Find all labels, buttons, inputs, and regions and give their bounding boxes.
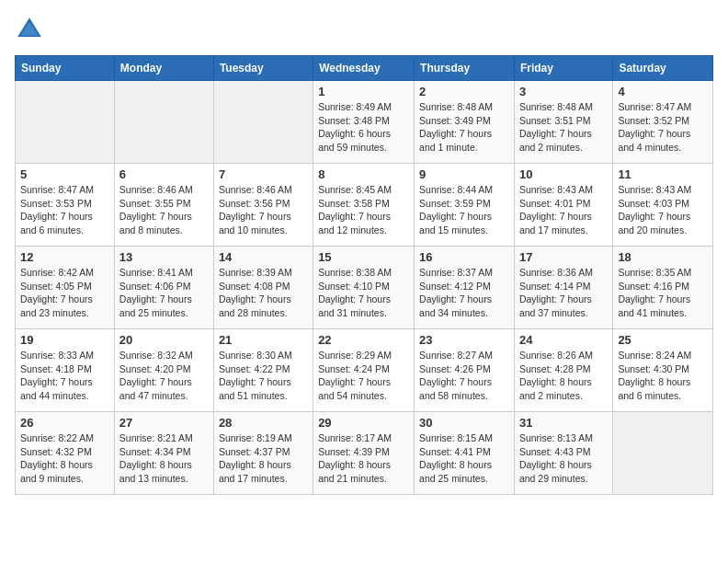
calendar-cell xyxy=(114,81,213,164)
calendar-cell: 9Sunrise: 8:44 AM Sunset: 3:59 PM Daylig… xyxy=(415,164,515,247)
day-info: Sunrise: 8:46 AM Sunset: 3:56 PM Dayligh… xyxy=(219,183,308,237)
day-info: Sunrise: 8:46 AM Sunset: 3:55 PM Dayligh… xyxy=(119,183,209,237)
calendar-cell: 12Sunrise: 8:42 AM Sunset: 4:05 PM Dayli… xyxy=(16,247,115,329)
weekday-header-friday: Friday xyxy=(514,56,612,81)
calendar-cell: 23Sunrise: 8:27 AM Sunset: 4:26 PM Dayli… xyxy=(415,329,515,412)
calendar-cell: 7Sunrise: 8:46 AM Sunset: 3:56 PM Daylig… xyxy=(213,164,313,247)
weekday-header-tuesday: Tuesday xyxy=(213,56,313,81)
day-info: Sunrise: 8:30 AM Sunset: 4:22 PM Dayligh… xyxy=(219,349,308,403)
calendar-cell: 18Sunrise: 8:35 AM Sunset: 4:16 PM Dayli… xyxy=(613,247,713,329)
calendar-cell: 25Sunrise: 8:24 AM Sunset: 4:30 PM Dayli… xyxy=(613,329,713,412)
day-number: 1 xyxy=(318,85,409,98)
calendar-week-4: 26Sunrise: 8:22 AM Sunset: 4:32 PM Dayli… xyxy=(16,412,713,495)
calendar-cell: 10Sunrise: 8:43 AM Sunset: 4:01 PM Dayli… xyxy=(514,164,612,247)
day-info: Sunrise: 8:13 AM Sunset: 4:43 PM Dayligh… xyxy=(519,431,608,486)
calendar-cell: 20Sunrise: 8:32 AM Sunset: 4:20 PM Dayli… xyxy=(114,329,213,412)
day-number: 30 xyxy=(419,416,509,430)
day-number: 24 xyxy=(519,333,608,347)
day-number: 19 xyxy=(20,333,109,347)
day-info: Sunrise: 8:42 AM Sunset: 4:05 PM Dayligh… xyxy=(20,266,109,320)
day-number: 16 xyxy=(419,250,509,264)
weekday-header-monday: Monday xyxy=(114,56,213,81)
day-number: 29 xyxy=(318,416,409,430)
calendar-cell xyxy=(213,81,313,164)
day-number: 26 xyxy=(20,416,109,430)
day-number: 17 xyxy=(519,250,608,264)
logo xyxy=(15,15,48,44)
day-info: Sunrise: 8:38 AM Sunset: 4:10 PM Dayligh… xyxy=(318,266,409,320)
calendar-cell xyxy=(16,81,115,164)
calendar-cell: 1Sunrise: 8:49 AM Sunset: 3:48 PM Daylig… xyxy=(313,81,415,164)
calendar-header: SundayMondayTuesdayWednesdayThursdayFrid… xyxy=(16,56,713,81)
day-info: Sunrise: 8:35 AM Sunset: 4:16 PM Dayligh… xyxy=(618,266,708,320)
calendar-week-1: 5Sunrise: 8:47 AM Sunset: 3:53 PM Daylig… xyxy=(16,164,713,247)
day-number: 14 xyxy=(219,250,308,264)
calendar-table: SundayMondayTuesdayWednesdayThursdayFrid… xyxy=(15,55,713,495)
calendar-cell xyxy=(613,412,713,495)
day-number: 27 xyxy=(119,416,209,430)
calendar-cell: 15Sunrise: 8:38 AM Sunset: 4:10 PM Dayli… xyxy=(313,247,415,329)
day-info: Sunrise: 8:39 AM Sunset: 4:08 PM Dayligh… xyxy=(219,266,308,320)
day-number: 28 xyxy=(219,416,308,430)
day-info: Sunrise: 8:43 AM Sunset: 4:01 PM Dayligh… xyxy=(519,183,608,237)
day-number: 9 xyxy=(419,167,509,181)
day-info: Sunrise: 8:44 AM Sunset: 3:59 PM Dayligh… xyxy=(419,183,509,237)
day-info: Sunrise: 8:26 AM Sunset: 4:28 PM Dayligh… xyxy=(519,349,608,403)
calendar-cell: 28Sunrise: 8:19 AM Sunset: 4:37 PM Dayli… xyxy=(213,412,313,495)
calendar-cell: 29Sunrise: 8:17 AM Sunset: 4:39 PM Dayli… xyxy=(313,412,415,495)
day-number: 15 xyxy=(318,250,409,264)
calendar-cell: 5Sunrise: 8:47 AM Sunset: 3:53 PM Daylig… xyxy=(16,164,115,247)
calendar-cell: 26Sunrise: 8:22 AM Sunset: 4:32 PM Dayli… xyxy=(16,412,115,495)
calendar-week-3: 19Sunrise: 8:33 AM Sunset: 4:18 PM Dayli… xyxy=(16,329,713,412)
calendar-cell: 14Sunrise: 8:39 AM Sunset: 4:08 PM Dayli… xyxy=(213,247,313,329)
day-info: Sunrise: 8:22 AM Sunset: 4:32 PM Dayligh… xyxy=(20,431,109,486)
calendar-cell: 6Sunrise: 8:46 AM Sunset: 3:55 PM Daylig… xyxy=(114,164,213,247)
day-info: Sunrise: 8:47 AM Sunset: 3:52 PM Dayligh… xyxy=(618,100,708,155)
day-number: 2 xyxy=(419,85,509,98)
calendar-cell: 16Sunrise: 8:37 AM Sunset: 4:12 PM Dayli… xyxy=(415,247,515,329)
day-number: 8 xyxy=(318,167,409,181)
calendar-cell: 13Sunrise: 8:41 AM Sunset: 4:06 PM Dayli… xyxy=(114,247,213,329)
day-number: 20 xyxy=(119,333,209,347)
calendar-cell: 22Sunrise: 8:29 AM Sunset: 4:24 PM Dayli… xyxy=(313,329,415,412)
day-number: 25 xyxy=(618,333,708,347)
day-number: 31 xyxy=(519,416,608,430)
day-number: 5 xyxy=(20,167,109,181)
day-info: Sunrise: 8:45 AM Sunset: 3:58 PM Dayligh… xyxy=(318,183,409,237)
day-info: Sunrise: 8:29 AM Sunset: 4:24 PM Dayligh… xyxy=(318,349,409,403)
day-info: Sunrise: 8:37 AM Sunset: 4:12 PM Dayligh… xyxy=(419,266,509,320)
day-info: Sunrise: 8:36 AM Sunset: 4:14 PM Dayligh… xyxy=(519,266,608,320)
day-number: 4 xyxy=(618,85,708,98)
weekday-header-sunday: Sunday xyxy=(16,56,115,81)
calendar-cell: 2Sunrise: 8:48 AM Sunset: 3:49 PM Daylig… xyxy=(415,81,515,164)
calendar-cell: 19Sunrise: 8:33 AM Sunset: 4:18 PM Dayli… xyxy=(16,329,115,412)
calendar-cell: 21Sunrise: 8:30 AM Sunset: 4:22 PM Dayli… xyxy=(213,329,313,412)
day-number: 23 xyxy=(419,333,509,347)
day-number: 7 xyxy=(219,167,308,181)
day-info: Sunrise: 8:27 AM Sunset: 4:26 PM Dayligh… xyxy=(419,349,509,403)
day-info: Sunrise: 8:32 AM Sunset: 4:20 PM Dayligh… xyxy=(119,349,209,403)
day-info: Sunrise: 8:17 AM Sunset: 4:39 PM Dayligh… xyxy=(318,431,409,486)
day-info: Sunrise: 8:24 AM Sunset: 4:30 PM Dayligh… xyxy=(618,349,708,403)
calendar-cell: 4Sunrise: 8:47 AM Sunset: 3:52 PM Daylig… xyxy=(613,81,713,164)
day-info: Sunrise: 8:47 AM Sunset: 3:53 PM Dayligh… xyxy=(20,183,109,237)
day-number: 21 xyxy=(219,333,308,347)
calendar-cell: 11Sunrise: 8:43 AM Sunset: 4:03 PM Dayli… xyxy=(613,164,713,247)
calendar-cell: 8Sunrise: 8:45 AM Sunset: 3:58 PM Daylig… xyxy=(313,164,415,247)
day-info: Sunrise: 8:48 AM Sunset: 3:51 PM Dayligh… xyxy=(519,100,608,155)
day-number: 18 xyxy=(618,250,708,264)
day-number: 11 xyxy=(618,167,708,181)
day-info: Sunrise: 8:33 AM Sunset: 4:18 PM Dayligh… xyxy=(20,349,109,403)
calendar-cell: 31Sunrise: 8:13 AM Sunset: 4:43 PM Dayli… xyxy=(514,412,612,495)
weekday-header-saturday: Saturday xyxy=(613,56,713,81)
calendar-week-0: 1Sunrise: 8:49 AM Sunset: 3:48 PM Daylig… xyxy=(16,81,713,164)
weekday-header-wednesday: Wednesday xyxy=(313,56,415,81)
calendar-cell: 30Sunrise: 8:15 AM Sunset: 4:41 PM Dayli… xyxy=(415,412,515,495)
day-info: Sunrise: 8:49 AM Sunset: 3:48 PM Dayligh… xyxy=(318,100,409,155)
day-info: Sunrise: 8:48 AM Sunset: 3:49 PM Dayligh… xyxy=(419,100,509,155)
day-info: Sunrise: 8:21 AM Sunset: 4:34 PM Dayligh… xyxy=(119,431,209,486)
day-number: 10 xyxy=(519,167,608,181)
day-info: Sunrise: 8:41 AM Sunset: 4:06 PM Dayligh… xyxy=(119,266,209,320)
calendar-cell: 24Sunrise: 8:26 AM Sunset: 4:28 PM Dayli… xyxy=(514,329,612,412)
day-number: 6 xyxy=(119,167,209,181)
